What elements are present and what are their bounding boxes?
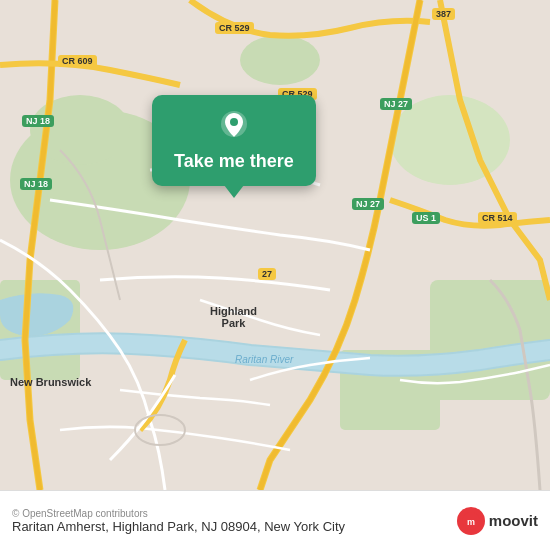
svg-point-10: [230, 118, 238, 126]
attribution-text: © OpenStreetMap contributors: [12, 508, 345, 519]
popup[interactable]: Take me there: [152, 95, 316, 186]
highland-park-label: Highland Park: [210, 305, 257, 329]
badge-cr514: CR 514: [478, 212, 517, 224]
moovit-icon: m: [457, 507, 485, 535]
badge-nj27-top: NJ 27: [380, 98, 412, 110]
moovit-text: moovit: [489, 512, 538, 529]
badge-cr529-top: CR 529: [215, 22, 254, 34]
badge-nj387: 387: [432, 8, 455, 20]
location-pin-icon: [216, 109, 252, 145]
take-me-there-button[interactable]: Take me there: [174, 151, 294, 172]
address-text: Raritan Amherst, Highland Park, NJ 08904…: [12, 519, 345, 534]
svg-point-7: [240, 35, 320, 85]
map-container: CR 529 387 CR 609 NJ 18 NJ 18 CR 529 NJ …: [0, 0, 550, 490]
raritan-river-label: Raritan River: [235, 354, 293, 365]
badge-nj27-bottom: 27: [258, 268, 276, 280]
address-section: © OpenStreetMap contributors Raritan Amh…: [12, 508, 345, 534]
badge-cr609: CR 609: [58, 55, 97, 67]
badge-nj27-mid: NJ 27: [352, 198, 384, 210]
map-svg: [0, 0, 550, 490]
moovit-logo: m moovit: [457, 507, 538, 535]
badge-nj18-top: NJ 18: [22, 115, 54, 127]
badge-nj18-mid: NJ 18: [20, 178, 52, 190]
bottom-bar: © OpenStreetMap contributors Raritan Amh…: [0, 490, 550, 550]
svg-text:m: m: [467, 517, 475, 527]
badge-us1: US 1: [412, 212, 440, 224]
new-brunswick-label: New Brunswick: [10, 376, 91, 388]
